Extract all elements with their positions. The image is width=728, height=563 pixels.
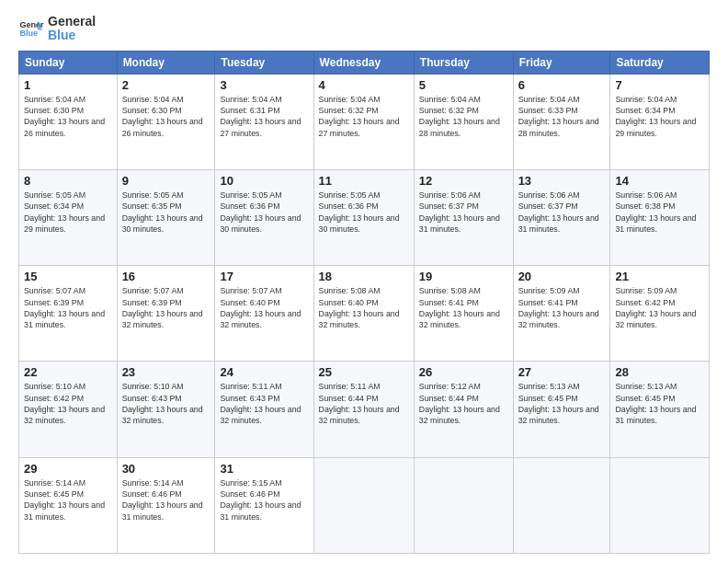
day-number: 27 (518, 365, 606, 379)
day-info: Sunrise: 5:05 AMSunset: 6:36 PMDaylight:… (220, 190, 308, 235)
day-info: Sunrise: 5:14 AMSunset: 6:46 PMDaylight:… (122, 477, 210, 523)
day-info: Sunrise: 5:05 AMSunset: 6:35 PMDaylight:… (122, 190, 210, 235)
day-info: Sunrise: 5:04 AMSunset: 6:32 PMDaylight:… (419, 94, 508, 139)
day-info: Sunrise: 5:08 AMSunset: 6:40 PMDaylight:… (319, 285, 409, 330)
calendar-cell: 11Sunrise: 5:05 AMSunset: 6:36 PMDayligh… (313, 170, 414, 266)
calendar-cell: 30Sunrise: 5:14 AMSunset: 6:46 PMDayligh… (117, 457, 215, 553)
day-number: 12 (419, 174, 508, 188)
day-number: 2 (122, 78, 210, 92)
calendar-week-5: 29Sunrise: 5:14 AMSunset: 6:45 PMDayligh… (19, 457, 710, 553)
calendar-cell: 16Sunrise: 5:07 AMSunset: 6:39 PMDayligh… (117, 266, 215, 362)
calendar-cell: 23Sunrise: 5:10 AMSunset: 6:43 PMDayligh… (117, 362, 215, 457)
day-info: Sunrise: 5:09 AMSunset: 6:41 PMDaylight:… (518, 285, 606, 330)
calendar-cell: 9Sunrise: 5:05 AMSunset: 6:35 PMDaylight… (117, 170, 215, 266)
day-number: 28 (615, 365, 704, 379)
calendar-cell: 19Sunrise: 5:08 AMSunset: 6:41 PMDayligh… (414, 266, 513, 362)
calendar-cell: 27Sunrise: 5:13 AMSunset: 6:45 PMDayligh… (513, 362, 610, 457)
day-info: Sunrise: 5:09 AMSunset: 6:42 PMDaylight:… (615, 285, 704, 330)
day-number: 6 (518, 78, 606, 92)
day-number: 30 (122, 462, 210, 476)
day-info: Sunrise: 5:06 AMSunset: 6:37 PMDaylight:… (419, 190, 508, 235)
day-number: 17 (220, 270, 308, 283)
day-info: Sunrise: 5:12 AMSunset: 6:44 PMDaylight:… (419, 381, 508, 426)
day-number: 26 (419, 365, 508, 379)
day-info: Sunrise: 5:08 AMSunset: 6:41 PMDaylight:… (419, 285, 508, 330)
day-info: Sunrise: 5:06 AMSunset: 6:38 PMDaylight:… (615, 190, 704, 235)
day-info: Sunrise: 5:07 AMSunset: 6:40 PMDaylight:… (220, 285, 308, 330)
day-info: Sunrise: 5:07 AMSunset: 6:39 PMDaylight:… (24, 285, 112, 330)
calendar-header-friday: Friday (513, 51, 610, 74)
day-number: 8 (24, 174, 112, 188)
day-number: 15 (24, 270, 112, 283)
day-number: 5 (419, 78, 508, 92)
logo: General Blue General Blue (18, 15, 96, 43)
calendar-cell: 4Sunrise: 5:04 AMSunset: 6:32 PMDaylight… (313, 74, 414, 169)
day-number: 22 (24, 365, 112, 379)
calendar-cell: 31Sunrise: 5:15 AMSunset: 6:46 PMDayligh… (215, 457, 313, 553)
day-info: Sunrise: 5:04 AMSunset: 6:30 PMDaylight:… (24, 94, 112, 139)
header: General Blue General Blue (18, 15, 710, 43)
day-info: Sunrise: 5:06 AMSunset: 6:37 PMDaylight:… (518, 190, 606, 235)
calendar-cell (610, 457, 710, 553)
calendar-header-row: SundayMondayTuesdayWednesdayThursdayFrid… (19, 51, 710, 74)
day-info: Sunrise: 5:11 AMSunset: 6:43 PMDaylight:… (220, 381, 308, 426)
day-info: Sunrise: 5:13 AMSunset: 6:45 PMDaylight:… (615, 381, 704, 426)
calendar-week-3: 15Sunrise: 5:07 AMSunset: 6:39 PMDayligh… (19, 266, 710, 362)
calendar-header-tuesday: Tuesday (215, 51, 313, 74)
calendar-cell: 2Sunrise: 5:04 AMSunset: 6:30 PMDaylight… (117, 74, 215, 169)
calendar-cell: 13Sunrise: 5:06 AMSunset: 6:37 PMDayligh… (513, 170, 610, 266)
day-info: Sunrise: 5:04 AMSunset: 6:31 PMDaylight:… (220, 94, 308, 139)
calendar-header-saturday: Saturday (610, 51, 710, 74)
calendar-cell: 20Sunrise: 5:09 AMSunset: 6:41 PMDayligh… (513, 266, 610, 362)
day-info: Sunrise: 5:07 AMSunset: 6:39 PMDaylight:… (122, 285, 210, 330)
day-number: 18 (319, 270, 409, 283)
svg-text:Blue: Blue (19, 29, 38, 39)
day-info: Sunrise: 5:10 AMSunset: 6:42 PMDaylight:… (24, 381, 112, 426)
calendar-cell: 25Sunrise: 5:11 AMSunset: 6:44 PMDayligh… (313, 362, 414, 457)
day-number: 24 (220, 365, 308, 379)
day-info: Sunrise: 5:14 AMSunset: 6:45 PMDaylight:… (24, 477, 112, 523)
day-number: 13 (518, 174, 606, 188)
day-info: Sunrise: 5:04 AMSunset: 6:30 PMDaylight:… (122, 94, 210, 139)
day-info: Sunrise: 5:05 AMSunset: 6:34 PMDaylight:… (24, 190, 112, 235)
day-number: 21 (615, 270, 704, 283)
calendar-cell: 14Sunrise: 5:06 AMSunset: 6:38 PMDayligh… (610, 170, 710, 266)
calendar-cell: 10Sunrise: 5:05 AMSunset: 6:36 PMDayligh… (215, 170, 313, 266)
calendar-week-4: 22Sunrise: 5:10 AMSunset: 6:42 PMDayligh… (19, 362, 710, 457)
calendar-cell: 24Sunrise: 5:11 AMSunset: 6:43 PMDayligh… (215, 362, 313, 457)
day-number: 9 (122, 174, 210, 188)
calendar-cell: 5Sunrise: 5:04 AMSunset: 6:32 PMDaylight… (414, 74, 513, 169)
day-number: 29 (24, 462, 112, 476)
day-number: 11 (319, 174, 409, 188)
day-number: 7 (615, 78, 704, 92)
calendar-cell: 12Sunrise: 5:06 AMSunset: 6:37 PMDayligh… (414, 170, 513, 266)
day-number: 16 (122, 270, 210, 283)
day-info: Sunrise: 5:04 AMSunset: 6:32 PMDaylight:… (319, 94, 409, 139)
page: General Blue General Blue SundayMondayTu… (0, 0, 728, 563)
day-number: 14 (615, 174, 704, 188)
day-info: Sunrise: 5:13 AMSunset: 6:45 PMDaylight:… (518, 381, 606, 426)
calendar-cell: 17Sunrise: 5:07 AMSunset: 6:40 PMDayligh… (215, 266, 313, 362)
calendar: SundayMondayTuesdayWednesdayThursdayFrid… (18, 51, 710, 554)
calendar-header-sunday: Sunday (19, 51, 118, 74)
calendar-cell: 29Sunrise: 5:14 AMSunset: 6:45 PMDayligh… (19, 457, 118, 553)
day-number: 3 (220, 78, 308, 92)
calendar-cell: 1Sunrise: 5:04 AMSunset: 6:30 PMDaylight… (19, 74, 118, 169)
day-number: 20 (518, 270, 606, 283)
calendar-header-thursday: Thursday (414, 51, 513, 74)
calendar-cell (414, 457, 513, 553)
day-number: 10 (220, 174, 308, 188)
day-info: Sunrise: 5:11 AMSunset: 6:44 PMDaylight:… (319, 381, 409, 426)
logo-text: General Blue (48, 15, 96, 43)
calendar-week-2: 8Sunrise: 5:05 AMSunset: 6:34 PMDaylight… (19, 170, 710, 266)
day-info: Sunrise: 5:04 AMSunset: 6:33 PMDaylight:… (518, 94, 606, 139)
calendar-week-1: 1Sunrise: 5:04 AMSunset: 6:30 PMDaylight… (19, 74, 710, 169)
calendar-cell: 8Sunrise: 5:05 AMSunset: 6:34 PMDaylight… (19, 170, 118, 266)
day-number: 25 (319, 365, 409, 379)
calendar-cell: 18Sunrise: 5:08 AMSunset: 6:40 PMDayligh… (313, 266, 414, 362)
calendar-cell: 6Sunrise: 5:04 AMSunset: 6:33 PMDaylight… (513, 74, 610, 169)
day-number: 23 (122, 365, 210, 379)
calendar-cell: 21Sunrise: 5:09 AMSunset: 6:42 PMDayligh… (610, 266, 710, 362)
calendar-cell (513, 457, 610, 553)
calendar-cell: 22Sunrise: 5:10 AMSunset: 6:42 PMDayligh… (19, 362, 118, 457)
